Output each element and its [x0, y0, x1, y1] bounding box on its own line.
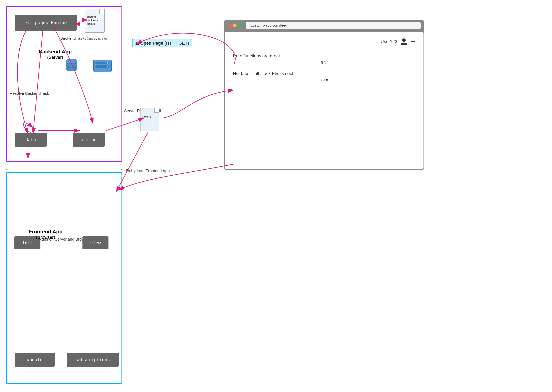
frontend-app-label: Frontend App (Browser) — [29, 229, 62, 240]
browser-username: User123 — [381, 39, 397, 44]
post2-text: Hot take - full-stack Elm is cool. — [233, 71, 416, 76]
post1-likes: 9 ♡ — [233, 60, 416, 65]
update-box: update — [14, 353, 55, 367]
subscriptions-box: subscriptions — [67, 353, 119, 367]
tl-red[interactable] — [228, 24, 231, 28]
svg-point-9 — [402, 38, 406, 42]
tl-yellow[interactable] — [233, 24, 237, 28]
svg-point-2 — [66, 67, 77, 71]
tl-green[interactable] — [238, 24, 242, 28]
file-text: custom-backend-task.ts — [87, 15, 98, 26]
backend-task-label: BackendTask.Custom.run — [61, 36, 108, 40]
url-text: https://my-app.com/feed — [249, 23, 287, 28]
traffic-lights — [228, 24, 242, 28]
browser-titlebar: https://my-app.com/feed — [224, 20, 424, 31]
post2-likes: 79 ♥ — [233, 78, 416, 82]
browser-window: https://my-app.com/feed User123 ☰ Pure f… — [224, 20, 424, 170]
post1: Pure functions are great. 9 ♡ — [233, 53, 416, 65]
browser-content: User123 ☰ Pure functions are great. 9 ♡ … — [225, 32, 423, 169]
html-file-icon: <html> — [140, 108, 162, 134]
url-bar[interactable]: https://my-app.com/feed — [246, 22, 421, 29]
svg-point-7 — [107, 62, 108, 64]
post2: Hot take - full-stack Elm is cool. 79 ♥ — [233, 71, 416, 82]
rehydrate-label: Rehydrate Frontend App — [126, 168, 170, 174]
svg-point-10 — [401, 42, 407, 45]
step1-label: 1. Open Page (HTTP GET) — [132, 39, 192, 47]
engine-label: elm-pages Engine — [24, 20, 67, 25]
menu-icon[interactable]: ☰ — [410, 39, 416, 45]
post1-text: Pure functions are great. — [233, 53, 416, 59]
browser-header-row: User123 ☰ — [233, 38, 416, 45]
svg-point-8 — [107, 66, 108, 67]
middle-section: init (Runs on Server and Browser) view — [6, 116, 122, 170]
db-server-icons — [65, 56, 113, 74]
frontend-box: update subscriptions Frontend App (Brows… — [6, 172, 122, 384]
update-label: update — [27, 357, 43, 362]
html-file-text: <html> — [142, 115, 152, 119]
engine-box: elm-pages Engine — [14, 14, 77, 31]
resolve-label: Resolve BackendTask — [10, 91, 49, 96]
diagram-container: elm-pages Engine custom-backend-task.ts … — [4, 4, 545, 388]
user-icon — [401, 38, 407, 45]
file-icon: custom-backend-task.ts — [85, 9, 109, 35]
subscriptions-label: subscriptions — [75, 357, 110, 362]
svg-point-3 — [66, 63, 77, 67]
